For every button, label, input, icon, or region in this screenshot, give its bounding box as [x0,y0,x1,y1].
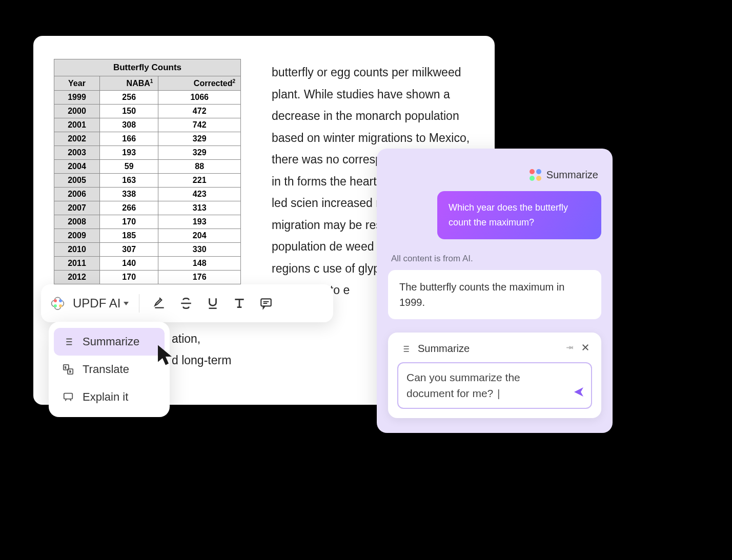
table-row: 2009185204 [54,229,241,243]
ai-disclaimer: All content is from AI. [391,254,601,264]
svg-rect-4 [261,299,272,306]
ai-toolbar: UPDF AI [41,284,333,322]
menu-explain[interactable]: Explain it [54,383,165,411]
table-row: 2003193329 [54,146,241,160]
col-year: Year [54,76,100,91]
send-button[interactable] [573,386,585,403]
table-row: 2011140148 [54,257,241,271]
menu-summarize[interactable]: Summarize [54,328,165,356]
svg-point-2 [54,304,57,307]
chat-input-card: Summarize Can you summarize the document… [388,333,601,418]
underline-button[interactable] [203,294,222,313]
input-mode-label[interactable]: Summarize [418,343,470,355]
table-row: 19992561066 [54,91,241,105]
close-button[interactable] [581,343,590,355]
table-row: 20045988 [54,160,241,174]
ai-chat-panel: Summarize Which year does the butterfly … [377,149,613,433]
chat-input[interactable]: Can you summarize the document for me? [397,362,592,409]
text-frag-1: ation, [172,328,200,350]
updf-ai-label: UPDF AI [73,296,120,310]
updf-ai-dropdown-trigger[interactable]: UPDF AI [73,296,129,310]
table-row: 2012170176 [54,271,241,284]
svg-point-3 [59,304,62,307]
svg-rect-7 [64,393,73,399]
ai-message: The butterfly counts the maximum in 1999… [388,270,601,319]
menu-translate-label: Translate [83,363,129,376]
comment-button[interactable] [256,294,276,313]
pin-button[interactable] [565,343,575,355]
table-title: Butterfly Counts [54,59,241,76]
user-message: Which year does the butterfly count the … [437,191,601,239]
col-naba: NABA1 [99,76,158,91]
svg-point-0 [54,299,57,302]
chevron-down-icon [124,302,129,305]
menu-explain-label: Explain it [83,390,128,404]
svg-point-1 [59,299,62,302]
table-row: 2010307330 [54,243,241,257]
table-row: 2001308742 [54,118,241,132]
menu-summarize-label: Summarize [83,335,139,348]
app-dots-icon [530,169,541,181]
panel-header: Summarize [388,160,601,191]
table-row: 2005163221 [54,174,241,188]
col-corrected: Corrected2 [158,76,241,91]
ai-action-dropdown: Summarize Translate Explain it [49,322,170,417]
table-row: 2006338423 [54,188,241,201]
strikethrough-button[interactable] [176,294,196,313]
explain-icon [62,391,74,403]
table-row: 2007266313 [54,201,241,215]
panel-title: Summarize [546,169,598,181]
toolbar-divider [139,294,139,313]
menu-translate[interactable]: Translate [54,356,165,383]
table-row: 2002166329 [54,132,241,146]
table-row: 2008170193 [54,215,241,229]
butterfly-counts-table: Butterfly Counts Year NABA1 Corrected2 1… [54,59,241,284]
list-icon [399,343,412,355]
text-button[interactable] [230,294,249,313]
translate-icon [62,363,74,376]
highlight-button[interactable] [150,294,169,313]
updf-logo-icon [50,296,66,311]
text-frag-2: d long-term [172,349,231,371]
chat-input-text: Can you summarize the document for me? [406,371,520,400]
list-icon [62,336,74,348]
table-row: 2000150472 [54,105,241,118]
